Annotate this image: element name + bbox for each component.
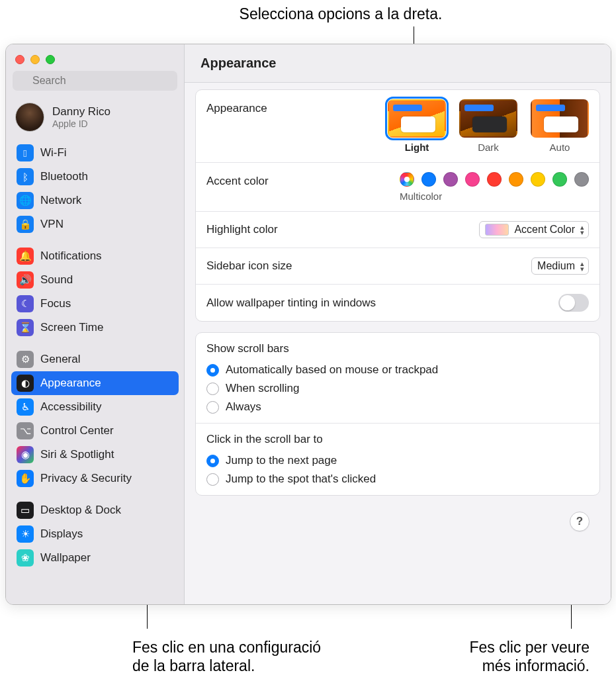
sidebar-item-wifi[interactable]: 􀙇Wi-Fi: [11, 141, 179, 165]
callout-bottom-right: Fes clic per veure més informació.: [469, 638, 590, 676]
callout-top: Selecciona opcions a la dreta.: [155, 5, 526, 23]
sidebar-item-displays[interactable]: ☀Displays: [11, 522, 179, 546]
accent-color-row: Accent color: [196, 163, 599, 212]
sidebar-item-vpn[interactable]: 🔒VPN: [11, 212, 179, 236]
main-content: Appearance Appearance Light Dark: [185, 44, 611, 604]
accent-swatch-green[interactable]: [552, 172, 567, 187]
chevron-updown-icon: ▴▾: [580, 261, 584, 271]
row-label: Sidebar icon size: [206, 259, 292, 273]
sidebar-item-label: Focus: [40, 297, 71, 310]
sidebar-item-label: Displays: [40, 527, 83, 541]
scroll-option-when-scrolling[interactable]: When scrolling: [206, 382, 589, 395]
user-info: Danny Rico Apple ID: [52, 105, 110, 129]
appearance-option-light[interactable]: Light: [388, 99, 446, 153]
thumb-dark-icon: [459, 99, 517, 138]
avatar: [15, 103, 44, 132]
maximize-button[interactable]: [46, 55, 55, 64]
accent-swatch-orange[interactable]: [509, 172, 523, 187]
vpn-icon: 🔒: [17, 216, 34, 233]
accent-swatch-gray[interactable]: [574, 172, 589, 187]
wallpaper-tinting-row: Allow wallpaper tinting in windows: [196, 285, 599, 321]
thumb-auto-icon: [531, 99, 589, 138]
row-label: Highlight color: [206, 223, 278, 236]
accent-swatch-multicolor[interactable]: [400, 172, 414, 187]
accent-swatch-purple[interactable]: [443, 172, 458, 187]
search-box: [6, 69, 184, 97]
sidebar-item-label: Screen Time: [40, 321, 103, 334]
sidebar-item-wallpaper[interactable]: ❀Wallpaper: [11, 546, 179, 570]
apple-id-row[interactable]: Danny Rico Apple ID: [6, 97, 184, 141]
sidebar-item-sound[interactable]: 🔊Sound: [11, 268, 179, 292]
row-label: Allow wallpaper tinting in windows: [206, 296, 376, 310]
radio-label: Always: [226, 400, 261, 414]
sidebar-item-label: Notifications: [40, 250, 102, 263]
flower-icon: ❀: [17, 549, 34, 567]
sidebar-item-label: Bluetooth: [40, 170, 88, 183]
sidebar-icon-size-row: Sidebar icon size Medium ▴▾: [196, 248, 599, 285]
sidebar-group: 􀙇Wi-Fi ᛒBluetooth 🌐Network 🔒VPN: [11, 141, 179, 236]
accent-swatch-yellow[interactable]: [531, 172, 545, 187]
sidebar-item-general[interactable]: ⚙General: [11, 347, 179, 371]
settings-window: Danny Rico Apple ID 􀙇Wi-Fi ᛒBluetooth 🌐N…: [5, 44, 611, 605]
thumb-label: Dark: [478, 142, 499, 153]
bluetooth-icon: ᛒ: [17, 168, 34, 185]
sidebar-item-accessibility[interactable]: ♿︎Accessibility: [11, 395, 179, 419]
search-input[interactable]: [13, 71, 177, 91]
group-title: Show scroll bars: [206, 342, 589, 355]
radio-label: Jump to the next page: [226, 454, 337, 467]
highlight-color-row: Highlight color Accent Color ▴▾: [196, 212, 599, 248]
scroll-panel: Show scroll bars Automatically based on …: [195, 332, 600, 496]
sidebar-item-label: VPN: [40, 218, 64, 231]
radio-label: Jump to the spot that's clicked: [226, 473, 376, 486]
group-title: Click in the scroll bar to: [206, 433, 589, 446]
sidebar-item-label: Wallpaper: [40, 551, 91, 565]
accent-swatch-pink[interactable]: [465, 172, 480, 187]
select-value: Accent Color: [514, 224, 575, 236]
chevron-updown-icon: ▴▾: [580, 224, 584, 235]
appearance-option-dark[interactable]: Dark: [459, 99, 517, 153]
appearance-option-auto[interactable]: Auto: [531, 99, 589, 153]
callout-line: [414, 26, 414, 45]
accent-swatch-red[interactable]: [487, 172, 502, 187]
siri-icon: ◉: [17, 446, 34, 463]
sidebar-item-bluetooth[interactable]: ᛒBluetooth: [11, 165, 179, 189]
sidebar-item-screen-time[interactable]: ⌛Screen Time: [11, 316, 179, 340]
sidebar-item-desktop-dock[interactable]: ▭Desktop & Dock: [11, 498, 179, 522]
gradient-chip-icon: [485, 224, 509, 236]
sidebar-group: ▭Desktop & Dock ☀Displays ❀Wallpaper: [11, 498, 179, 570]
sidebar-item-siri-spotlight[interactable]: ◉Siri & Spotlight: [11, 443, 179, 467]
sidebar-item-appearance[interactable]: ◐Appearance: [11, 371, 179, 395]
sidebar-item-network[interactable]: 🌐Network: [11, 189, 179, 212]
gear-icon: ⚙: [17, 351, 34, 368]
sidebar-item-focus[interactable]: ☾Focus: [11, 292, 179, 316]
callout-text: més informació.: [469, 657, 590, 676]
sidebar-group: 🔔Notifications 🔊Sound ☾Focus ⌛Screen Tim…: [11, 244, 179, 340]
sidebar-item-label: Wi-Fi: [40, 146, 67, 159]
sidebar-item-label: Privacy & Security: [40, 472, 132, 485]
wallpaper-tinting-toggle[interactable]: [558, 294, 589, 312]
click-option-spot[interactable]: Jump to the spot that's clicked: [206, 473, 589, 486]
sidebar-item-privacy-security[interactable]: ✋Privacy & Security: [11, 467, 179, 490]
scroll-option-always[interactable]: Always: [206, 400, 589, 414]
highlight-color-select[interactable]: Accent Color ▴▾: [479, 221, 589, 238]
page-title: Appearance: [185, 44, 611, 83]
callout-text: de la barra lateral.: [132, 657, 321, 676]
radio-label: Automatically based on mouse or trackpad: [226, 363, 438, 377]
callout-text: Fes clic per veure: [469, 638, 590, 657]
content-scroll: Appearance Light Dark Auto: [185, 83, 611, 517]
help-button[interactable]: ?: [570, 512, 590, 531]
appearance-row: Appearance Light Dark Auto: [196, 90, 599, 163]
minimize-button[interactable]: [30, 55, 40, 64]
scroll-option-auto[interactable]: Automatically based on mouse or trackpad: [206, 363, 589, 377]
close-button[interactable]: [15, 55, 24, 64]
sidebar-item-notifications[interactable]: 🔔Notifications: [11, 244, 179, 268]
radio-icon: [206, 383, 219, 395]
sidebar-icon-size-select[interactable]: Medium ▴▾: [531, 257, 589, 275]
accent-swatch-blue[interactable]: [421, 172, 436, 187]
sidebar-item-control-center[interactable]: ⌥Control Center: [11, 419, 179, 443]
hourglass-icon: ⌛: [17, 319, 34, 336]
accessibility-icon: ♿︎: [17, 398, 34, 416]
click-option-next-page[interactable]: Jump to the next page: [206, 454, 589, 467]
sidebar: Danny Rico Apple ID 􀙇Wi-Fi ᛒBluetooth 🌐N…: [6, 44, 185, 604]
select-value: Medium: [537, 260, 575, 272]
